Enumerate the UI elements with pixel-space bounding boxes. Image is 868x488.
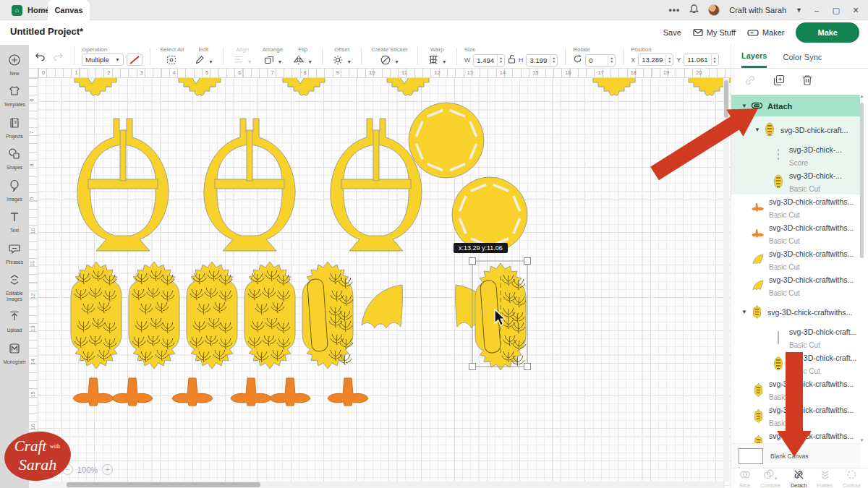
monogram-icon [8, 342, 21, 358]
sidebar-item-new[interactable]: New [0, 49, 29, 80]
selection-handle[interactable] [524, 258, 531, 265]
layer-row[interactable]: ▼ svg-3D-chick-craftwiths... [731, 299, 860, 325]
offset-button[interactable]: Offset ▼ [327, 45, 357, 68]
selection-handle[interactable] [524, 364, 531, 370]
ruler-number: 12 [30, 293, 36, 299]
operation-select[interactable]: Multiple▼ [82, 53, 124, 66]
layer-row[interactable]: svg-3D-chick-craftwiths...Basic Cut [731, 403, 860, 429]
maker-machine-button[interactable]: Maker [747, 28, 785, 37]
window-minimize-button[interactable]: – [812, 6, 822, 14]
select-all-button[interactable]: Select All [155, 45, 189, 68]
zoom-in-button[interactable]: + [102, 464, 113, 475]
warp-button[interactable]: Warp ▼ [422, 45, 452, 68]
create-sticker-button[interactable]: Create Sticker ▼ [366, 45, 413, 68]
selection-handle[interactable] [469, 258, 476, 265]
chevron-down-icon[interactable]: ▼ [739, 103, 750, 109]
window-maximize-button[interactable]: ▢ [831, 6, 841, 15]
window-close-button[interactable]: ✕ [851, 6, 861, 15]
chevron-down-icon[interactable]: ▼ [752, 127, 763, 133]
sidebar-item-phrases[interactable]: Phrases [0, 238, 29, 269]
warp-icon [427, 54, 439, 69]
canvas-shape-feet[interactable] [73, 378, 153, 406]
layer-row[interactable]: svg-3D-chick-craft...Basic Cut [731, 351, 860, 377]
overflow-menu-icon[interactable]: ••• [669, 5, 681, 15]
design-canvas[interactable]: .yfill{fill:var(--yellow);stroke:var(--s… [29, 69, 731, 488]
sidebar-item-shapes[interactable]: Shapes [0, 143, 29, 174]
layer-attach-group[interactable]: ▼ Attach [731, 95, 860, 116]
ruler-number: 15 [30, 391, 36, 397]
user-avatar[interactable] [708, 4, 720, 16]
blank-canvas-row[interactable]: Blank Canvas [731, 443, 860, 468]
feet-thumbnail [752, 200, 765, 215]
align-icon [233, 54, 244, 69]
layer-row[interactable]: svg-3D-chick-...Score [731, 142, 860, 168]
cut-line-icon [772, 330, 785, 345]
arrange-button[interactable]: Arrange ▼ [258, 45, 288, 68]
contour-button: Contour [843, 469, 861, 488]
linetype-color-swatch[interactable] [127, 53, 142, 66]
ruler-number: 7 [271, 69, 273, 76]
edit-button[interactable]: Edit ▼ [189, 45, 218, 68]
project-header: Untitled Project* Save My Stuff Maker Ma… [0, 20, 868, 45]
tab-canvas[interactable]: Canvas [48, 0, 90, 20]
layer-row[interactable]: svg-3D-chick-craftwiths...Basic Cut [731, 377, 860, 403]
canvas-shape-feather-panel[interactable] [71, 262, 122, 369]
chick-thumbnail [772, 356, 785, 371]
rotate-input[interactable]: 0▲▼ [585, 54, 616, 67]
canvas-horizontal-scrollbar[interactable] [29, 481, 723, 488]
sidebar-item-images[interactable]: Images [0, 175, 29, 206]
sidebar-item-upload[interactable]: Upload [0, 306, 29, 337]
save-button[interactable]: Save [663, 28, 681, 37]
sidebar-item-projects[interactable]: Projects [0, 112, 29, 143]
layer-row[interactable]: svg-3D-chick-craftwiths...Basic Cut [731, 273, 860, 299]
position-x-input[interactable]: 13.289▲▼ [638, 53, 673, 66]
body-thumbnail [752, 435, 765, 443]
ruler-number: 19 [663, 69, 669, 76]
ruler-number: 20 [696, 69, 702, 76]
canvas-vertical-scrollbar[interactable] [723, 78, 729, 481]
layers-scrollbar[interactable]: ▲▼ [859, 94, 864, 442]
flip-button[interactable]: Flip ▼ [288, 45, 318, 68]
canvas-shape-egg-ring[interactable] [77, 119, 169, 251]
layer-row[interactable]: svg-3D-chick-craftwiths...Basic Cut [731, 194, 860, 221]
tab-color-sync[interactable]: Color Sync [783, 46, 822, 67]
editable-images-icon [8, 273, 21, 289]
chevron-down-icon[interactable]: ▼ [739, 309, 750, 315]
chevron-down-icon[interactable]: ▼ [796, 7, 802, 14]
notifications-bell-icon[interactable] [689, 4, 699, 17]
layer-row[interactable]: svg-3D-chick-craftwiths...Basic Cut [731, 247, 860, 273]
sidebar-item-text[interactable]: Text [0, 206, 29, 237]
canvas-shape-top-piece[interactable] [75, 77, 116, 95]
layer-row[interactable]: svg-3D-chick-craftwiths...Basic Cut [731, 221, 860, 247]
selection-handle[interactable] [469, 364, 476, 370]
canvas-shapes[interactable] [71, 77, 731, 406]
ruler-number: 13 [467, 69, 473, 76]
sidebar-item-monogram[interactable]: Monogram [0, 338, 29, 369]
sidebar-item-editable-images[interactable]: EditableImages [0, 269, 29, 306]
detach-button[interactable]: Detach [791, 469, 807, 488]
undo-button[interactable] [35, 52, 46, 61]
redo-button[interactable] [53, 52, 64, 61]
canvas-shape-wing[interactable] [362, 285, 402, 328]
attach-paperclip-icon [750, 98, 763, 113]
layer-row[interactable]: svg-3D-chick-craftwiths...Basic Cut [731, 429, 860, 443]
flatten-icon [820, 469, 830, 483]
sidebar-item-templates[interactable]: Templates [0, 80, 29, 111]
position-y-input[interactable]: 11.061▲▼ [684, 53, 718, 66]
layer-row[interactable]: svg-3D-chick-craft...Basic Cut [731, 325, 860, 351]
layer-row[interactable]: ▼ svg-3D-chick-craft... [731, 116, 860, 142]
layer-row[interactable]: svg-3D-chick-...Basic Cut [731, 168, 860, 194]
group-icon[interactable] [744, 74, 756, 89]
user-name[interactable]: Craft with Sarah [729, 6, 786, 14]
flip-icon [293, 54, 305, 69]
tab-layers[interactable]: Layers [741, 45, 767, 68]
size-width-input[interactable]: 1.494▲▼ [473, 54, 505, 67]
duplicate-icon[interactable] [773, 74, 785, 89]
make-button[interactable]: Make [796, 22, 859, 43]
delete-trash-icon[interactable] [802, 74, 812, 89]
logo-line1: Craft [14, 437, 48, 455]
size-height-input[interactable]: 3.199▲▼ [526, 54, 558, 67]
canvas-shape-slotted-circle[interactable] [409, 103, 527, 252]
my-stuff-button[interactable]: My Stuff [693, 28, 736, 37]
lock-aspect-icon[interactable] [508, 53, 516, 67]
